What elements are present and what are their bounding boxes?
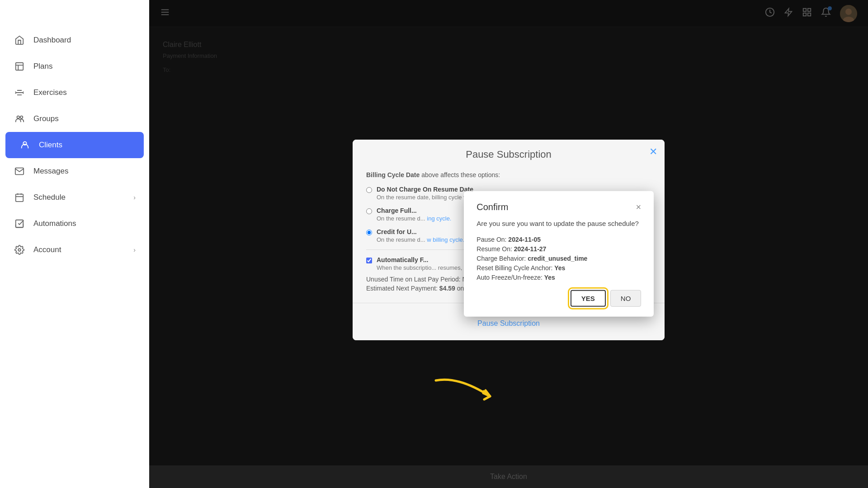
confirm-dialog-title: Confirm: [476, 202, 508, 212]
sidebar-item-label: Automations: [33, 219, 136, 228]
billing-note-rest: above affects these options:: [420, 171, 500, 178]
groups-icon: [14, 113, 25, 125]
reset-anchor-value: Yes: [554, 264, 565, 272]
account-icon: [14, 244, 25, 256]
pause-on-value: 2024-11-05: [508, 236, 541, 243]
pause-modal-header: Pause Subscription ✕: [353, 140, 665, 167]
home-icon: [14, 34, 25, 46]
auto-freeze-checkbox[interactable]: [366, 258, 372, 263]
svg-point-11: [18, 249, 21, 251]
pause-subscription-button[interactable]: Pause Subscription: [468, 316, 549, 331]
confirm-actions: YES NO: [476, 290, 641, 307]
confirm-detail-auto-freeze: Auto Freeze/Un-freeze: Yes: [476, 274, 641, 281]
main-content-area: Claire Elliott Payment Information To: T…: [149, 0, 868, 488]
charge-full-desc: On the resume d... ing cycle.: [377, 215, 451, 222]
sidebar-item-groups[interactable]: Groups: [0, 106, 149, 132]
confirm-dialog-header: Confirm ×: [476, 202, 641, 212]
credit-unused-desc: On the resume d... w billing cycle.: [377, 236, 464, 243]
charge-full-label: Charge Full...: [377, 207, 451, 214]
payment-amount: $4.59: [439, 285, 455, 292]
confirm-details: Pause On: 2024-11-05 Resume On: 2024-11-…: [476, 236, 641, 281]
confirm-detail-reset-anchor: Reset Billing Cycle Anchor: Yes: [476, 264, 641, 272]
sidebar-item-dashboard[interactable]: Dashboard: [0, 27, 149, 53]
confirm-detail-pause-on: Pause On: 2024-11-05: [476, 236, 641, 243]
sidebar-item-clients[interactable]: Clients: [5, 132, 144, 158]
sidebar-item-label: Dashboard: [33, 36, 136, 45]
charge-full-radio[interactable]: [366, 208, 372, 214]
sidebar-item-automations[interactable]: Automations: [0, 211, 149, 237]
sidebar-item-messages[interactable]: Messages: [0, 158, 149, 184]
charge-behavior-value: credit_unused_time: [528, 255, 587, 262]
sidebar-item-plans[interactable]: Plans: [0, 53, 149, 80]
sidebar-item-label: Groups: [33, 114, 136, 123]
svg-rect-6: [16, 194, 24, 202]
chevron-right-icon: ›: [133, 194, 136, 201]
sidebar-item-label: Clients: [39, 141, 130, 150]
confirm-detail-resume-on: Resume On: 2024-11-27: [476, 245, 641, 253]
svg-point-3: [17, 116, 20, 119]
sidebar-item-schedule[interactable]: Schedule ›: [0, 184, 149, 211]
app-logo: [0, 9, 149, 27]
billing-note: Billing Cycle Date above affects these o…: [366, 171, 651, 178]
sidebar-item-label: Exercises: [33, 88, 136, 97]
next-payment-label: Estimated Next Payment:: [366, 285, 438, 292]
confirm-dialog: Confirm × Are you sure you want to updat…: [464, 191, 654, 317]
pause-modal-close-button[interactable]: ✕: [649, 146, 657, 158]
plans-icon: [14, 61, 25, 72]
confirm-close-button[interactable]: ×: [636, 202, 642, 212]
sidebar-item-label: Account: [33, 245, 125, 254]
svg-rect-0: [16, 63, 24, 70]
svg-point-4: [20, 116, 23, 119]
automations-icon: [14, 218, 25, 230]
confirm-body: Are you sure you want to update the paus…: [476, 218, 641, 229]
confirm-yes-button[interactable]: YES: [571, 290, 606, 307]
sidebar-item-label: Plans: [33, 62, 136, 71]
credit-unused-radio[interactable]: [366, 230, 372, 235]
sidebar: Dashboard Plans Exercises Groups Clients…: [0, 0, 149, 488]
confirm-detail-charge-behavior: Charge Behavior: credit_unused_time: [476, 255, 641, 262]
sidebar-item-account[interactable]: Account ›: [0, 237, 149, 263]
exercises-icon: [14, 87, 25, 99]
auto-freeze-value: Yes: [544, 274, 555, 281]
pause-modal-title: Pause Subscription: [466, 149, 552, 160]
sidebar-item-exercises[interactable]: Exercises: [0, 80, 149, 106]
credit-unused-label: Credit for U...: [377, 228, 464, 235]
sidebar-item-label: Schedule: [33, 193, 125, 202]
sidebar-item-label: Messages: [33, 167, 136, 176]
clients-icon: [19, 139, 31, 151]
billing-note-bold: Billing Cycle Date: [366, 171, 420, 178]
chevron-right-icon: ›: [133, 246, 136, 253]
svg-rect-10: [16, 220, 24, 228]
schedule-icon: [14, 192, 25, 203]
resume-on-value: 2024-11-27: [514, 245, 547, 253]
no-charge-radio[interactable]: [366, 187, 372, 193]
messages-icon: [14, 165, 25, 177]
confirm-no-button[interactable]: NO: [610, 290, 642, 307]
